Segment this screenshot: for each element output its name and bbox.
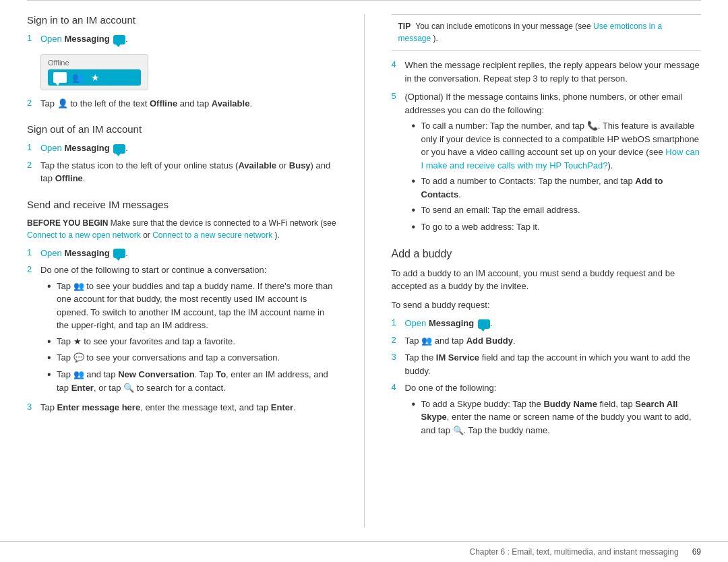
step-num-5: 5 [392, 90, 405, 101]
add-buddy-step-1-content: Open Messaging . [405, 317, 702, 330]
step-1-signout-content: Open Messaging . [40, 142, 337, 155]
step5-bullet-4: • To go to a web address: Tap it. [412, 220, 702, 235]
available-text: Available [212, 98, 250, 108]
add-buddy-step-num-4: 4 [392, 381, 405, 392]
add-to-contacts-bold: Add to Contacts [421, 176, 663, 199]
search-icon-inline-1: 🔍 [123, 383, 134, 393]
step5-bullet-3: • To send an email: Tap the email addres… [412, 204, 702, 218]
step-2-signin: 2 Tap 👤 to the left of the text Offline … [27, 97, 337, 111]
step5-bullet-text-1: To call a number: Tap the number, and ta… [421, 119, 702, 172]
tip-box: TIP You can include emoticons in your me… [392, 14, 702, 51]
im-service-bold: IM Service [436, 352, 479, 363]
step5-bullet-text-4: To go to a web address: Tap it. [421, 220, 702, 234]
add-buddy-step-4: 4 Do one of the following: • To add a Sk… [392, 381, 702, 439]
step5-bullet-list: • To call a number: Tap the number, and … [412, 119, 702, 235]
messaging-label-2: Messaging [64, 143, 109, 153]
bullet-dot-3: • [47, 351, 57, 365]
messaging-icon-3 [113, 249, 125, 258]
add-buddy-step-num-2: 2 [392, 334, 405, 345]
bullet-item-3: • Tap 💬 to see your conversations and ta… [47, 351, 337, 365]
add-buddy-step-4-content: Do one of the following: • To add a Skyp… [405, 381, 702, 439]
offline-text: Offline [150, 98, 177, 108]
link-open-network[interactable]: Connect to a new open network [27, 230, 141, 240]
add-buddy-step-num-3: 3 [392, 351, 405, 362]
step-1-send-content: Open Messaging . [40, 247, 337, 260]
before-begin-text: Make sure that the device is connected t… [111, 218, 336, 228]
bullet-item-2: • Tap ★ to see your favorites and tap a … [47, 335, 337, 349]
new-conversation-bold: New Conversation [118, 369, 194, 379]
step-3-send: 3 Tap Enter message here, enter the mess… [27, 401, 337, 414]
add-buddy-bold: Add Buddy [466, 336, 513, 346]
offline-widget: Offline [40, 54, 148, 90]
step-2-signout-content: Tap the status icon to the left of your … [40, 159, 337, 185]
open-label-3: Open [40, 248, 62, 258]
person-icon-inline: 👤 [57, 98, 68, 108]
step-num-1-signin: 1 [27, 32, 40, 43]
right-column: TIP You can include emoticons in your me… [364, 14, 702, 528]
step5-bullet-1: • To call a number: Tap the number, and … [412, 119, 702, 172]
step-4-right: 4 When the message recipient replies, th… [392, 59, 702, 85]
add-buddy-title: Add a buddy [392, 248, 702, 260]
add-buddy-step-1: 1 Open Messaging . [392, 317, 702, 330]
phone-icon-inline: 📞 [587, 121, 598, 131]
step-num-2-signin: 2 [27, 97, 40, 108]
buddy-name-bold: Buddy Name [543, 399, 597, 409]
enter-msg-bold: Enter message here [57, 402, 141, 412]
step5-bullet-text-3: To send an email: Tap the email address. [421, 204, 702, 217]
bullet-text-2: Tap ★ to see your favorites and tap a fa… [57, 335, 337, 348]
offline-bold: Offline [55, 173, 83, 183]
bullet-text-1: Tap 👥 to see your buddies and tap a budd… [57, 280, 337, 332]
open-label-4: Open [405, 318, 427, 328]
step5-bullet-dot-2: • [412, 175, 421, 189]
before-you-begin: BEFORE YOU BEGIN Make sure that the devi… [27, 217, 337, 241]
step-4-content: When the message recipient replies, the … [405, 59, 702, 85]
tip-text: You can include emoticons in your messag… [415, 22, 593, 31]
add-buddy-bullet-list: • To add a Skype buddy: Tap the Buddy Na… [412, 398, 702, 437]
bullet-text-3: Tap 💬 to see your conversations and tap … [57, 351, 337, 365]
offline-label: Offline [48, 59, 141, 67]
people-icon-inline-1: 👥 [73, 281, 84, 291]
add-buddy-bullet-1: • To add a Skype buddy: Tap the Buddy Na… [412, 398, 702, 437]
bullet-dot-1: • [47, 280, 57, 294]
add-buddy-step-3-content: Tap the IM Service field and tap the acc… [405, 351, 702, 377]
add-buddy-bullet-dot-1: • [412, 398, 421, 412]
step-2-signin-content: Tap 👤 to the left of the text Offline an… [40, 97, 337, 111]
add-buddy-intro1: To add a buddy to an IM account, you mus… [392, 267, 702, 293]
step-num-4: 4 [392, 59, 405, 69]
people-icon-inline-2: 👥 [73, 369, 84, 379]
page-footer: Chapter 6 : Email, text, multimedia, and… [0, 541, 728, 562]
footer-text: Chapter 6 : Email, text, multimedia, and… [469, 547, 678, 557]
available-bold: Available [238, 160, 276, 170]
step-1-signout: 1 Open Messaging . [27, 142, 337, 155]
step-num-1-signout: 1 [27, 142, 40, 152]
offline-icons [48, 69, 141, 86]
step-num-1-send: 1 [27, 247, 40, 257]
step5-bullet-dot-3: • [412, 204, 421, 218]
footer-page-number: 69 [692, 547, 701, 557]
add-buddy-step-3: 3 Tap the IM Service field and tap the a… [392, 351, 702, 377]
open-label-2: Open [40, 143, 62, 153]
link-secure-network[interactable]: Connect to a new secure network [152, 230, 272, 240]
step-1-signin: 1 Open Messaging . [27, 32, 337, 46]
people-icon-inline-3: 👥 [421, 336, 432, 346]
people-tab-icon [72, 72, 86, 83]
add-buddy-step-num-1: 1 [392, 317, 405, 327]
content-area: Sign in to an IM account 1 Open Messagin… [0, 1, 728, 541]
step-5-content: (Optional) If the message contains links… [405, 90, 702, 237]
bullet-list-conversation: • Tap 👥 to see your buddies and tap a bu… [47, 280, 337, 395]
section-send-receive-title: Send and receive IM messages [27, 199, 337, 210]
bullet-item-4: • Tap 👥 and tap New Conversation. Tap To… [47, 368, 337, 394]
add-buddy-section: Add a buddy To add a buddy to an IM acco… [392, 248, 702, 440]
touchpad-link[interactable]: How can I make and receive calls with my… [421, 147, 700, 170]
messaging-icon-4 [478, 319, 490, 329]
before-begin-close: ). [275, 230, 280, 240]
to-bold: To [216, 369, 226, 379]
section-sign-out: Sign out of an IM account 1 Open Messagi… [27, 123, 337, 185]
bullet-dot-4: • [47, 368, 57, 382]
step-2-send: 2 Do one of the following to start or co… [27, 263, 337, 397]
bullet-text-4: Tap 👥 and tap New Conversation. Tap To, … [57, 368, 337, 394]
tip-label: TIP [398, 22, 411, 31]
add-buddy-step-2-content: Tap 👥 and tap Add Buddy. [405, 334, 702, 348]
tip-period: ). [433, 34, 438, 43]
step-num-2-send: 2 [27, 263, 40, 274]
